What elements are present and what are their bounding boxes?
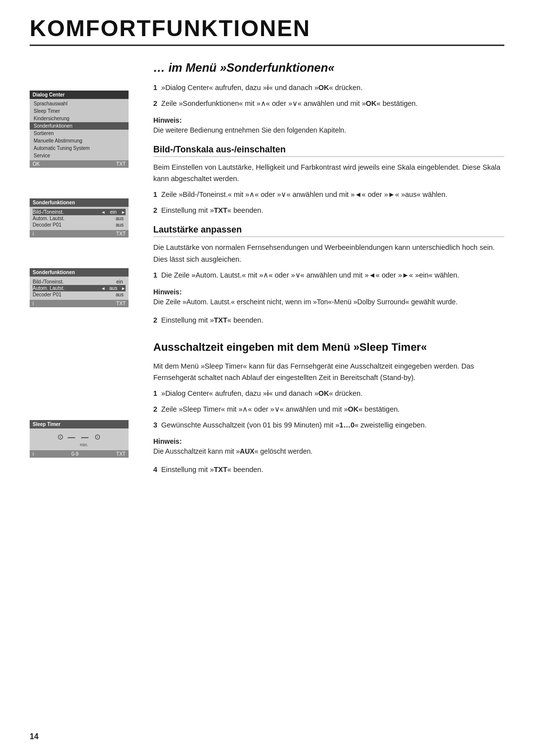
sonder1-header: Sonderfunktionen (30, 198, 129, 207)
menu-item-sprachauswahl: Sprachauswahl (30, 100, 129, 107)
menu-item-service: Service (30, 152, 129, 159)
section3-hinweis-title: Hinweis: (153, 288, 504, 296)
clock-icon-left: ⊙ (57, 432, 64, 441)
section4-hinweis-title: Hinweis: (153, 437, 504, 445)
section4-step1: 1 »Dialog Center« aufrufen, dazu »i« und… (153, 388, 504, 399)
section4-step1-text: »Dialog Center« aufrufen, dazu »i« und d… (161, 388, 362, 399)
sleep-header: Sleep Timer (30, 420, 129, 428)
main-content: Dialog Center Sprachauswahl Sleep Timer … (30, 61, 504, 482)
sonder2-row-autom: Autom. Lautst. ◄ aus ► (33, 285, 126, 291)
menu-item-sortieren: Sortieren (30, 130, 129, 137)
section1-hinweis-text: Die weitere Bedienung entnehmen Sie den … (153, 125, 504, 136)
sonder-screen-2: Sonderfunktionen Bild-/Toneinst. ein Aut… (30, 268, 129, 307)
section3-step1: 1 Die Zeile »Autom. Lautst.« mit »∧« ode… (153, 270, 504, 281)
sleep-timer-screen: Sleep Timer ⊙ — — ⊙ min. i 0-9 TXT (30, 420, 129, 458)
page-title: KOMFORTFUNKTIONEN (30, 15, 504, 42)
sonder1-footer: i TXT (30, 230, 129, 237)
section1-step2: 2 Zeile »Sonderfunktionen« mit »∧« oder … (153, 98, 504, 109)
menu1-footer: OK TXT (30, 160, 129, 168)
section3-step2-text: Einstellung mit »TXT« beenden. (161, 315, 263, 326)
menu1-items: Sprachauswahl Sleep Timer Kindersicherun… (30, 99, 129, 160)
section2-step2: 2 Einstellung mit »TXT« beenden. (153, 205, 504, 216)
section2-intro: Beim Einstellen von Lautstärke, Helligke… (153, 162, 504, 185)
section1-hinweis: Hinweis: Die weitere Bedienung entnehmen… (153, 116, 504, 136)
section3-step2: 2 Einstellung mit »TXT« beenden. (153, 315, 504, 326)
section2-step2-text: Einstellung mit »TXT« beenden. (161, 205, 263, 216)
menu-item-manuelle: Manuelle Abstimmung (30, 137, 129, 144)
section3-hinweis: Hinweis: Die Zeile »Autom. Lautst.« ersc… (153, 288, 504, 307)
section3-title: Lautstärke anpassen (153, 225, 504, 237)
section1-hinweis-title: Hinweis: (153, 116, 504, 124)
sonder1-body: Bild-/Toneinst. ◄ ein ► Autom. Lautst. a… (30, 207, 129, 230)
section2-step1: 1 Zeile »Bild-/Toneinst.« mit »∧« oder »… (153, 189, 504, 200)
sleep-min-label: min. (35, 442, 124, 447)
page-wrapper: KOMFORTFUNKTIONEN Dialog Center Sprachau… (0, 0, 534, 756)
section4-step3: 3 Gewünschte Ausschaltzeit (von 01 bis 9… (153, 420, 504, 431)
sonder2-row-decoder: Decoder P01 aus (33, 291, 126, 298)
left-column: Dialog Center Sprachauswahl Sleep Timer … (30, 61, 138, 482)
dialog-center-screen: Dialog Center Sprachauswahl Sleep Timer … (30, 91, 129, 168)
sleep-footer: i 0-9 TXT (30, 450, 129, 458)
section4-step3-text: Gewünschte Ausschaltzeit (von 01 bis 99 … (161, 420, 427, 431)
sleep-timer-display: ⊙ — — ⊙ (57, 432, 101, 441)
page-header: KOMFORTFUNKTIONEN (30, 15, 504, 46)
sonder2-row-bild: Bild-/Toneinst. ein (33, 279, 126, 285)
section3-steps: 1 Die Zeile »Autom. Lautst.« mit »∧« ode… (153, 270, 504, 281)
menu-item-sonderfunktionen: Sonderfunktionen (30, 122, 129, 130)
menu-item-ats: Automatic Tuning System (30, 144, 129, 152)
section1-steps: 1 »Dialog Center« aufrufen, dazu »i« und… (153, 83, 504, 109)
section4-step2-text: Zeile »Sleep Timer« mit »∧« oder »∨« anw… (161, 404, 400, 415)
section2-steps: 1 Zeile »Bild-/Toneinst.« mit »∧« oder »… (153, 189, 504, 216)
section1-title: … im Menü »Sonderfunktionen« (153, 61, 504, 75)
sonder2-footer: i TXT (30, 300, 129, 307)
sonder2-header: Sonderfunktionen (30, 268, 129, 277)
sonder1-row-autom: Autom. Lautst. aus (33, 215, 126, 222)
section1-step1: 1 »Dialog Center« aufrufen, dazu »i« und… (153, 83, 504, 94)
menu-item-sleep: Sleep Timer (30, 107, 129, 115)
section1-step2-text: Zeile »Sonderfunktionen« mit »∧« oder »∨… (161, 98, 418, 109)
sonder2-body: Bild-/Toneinst. ein Autom. Lautst. ◄ aus… (30, 277, 129, 300)
sonder1-row-bild: Bild-/Toneinst. ◄ ein ► (33, 209, 126, 215)
section4-step4: 4 Einstellung mit »TXT« beenden. (153, 465, 504, 475)
sonder-screen-1: Sonderfunktionen Bild-/Toneinst. ◄ ein ►… (30, 198, 129, 237)
section3-step1-text: Die Zeile »Autom. Lautst.« mit »∧« oder … (161, 270, 459, 281)
section4-step2: 2 Zeile »Sleep Timer« mit »∧« oder »∨« a… (153, 404, 504, 415)
menu1-header: Dialog Center (30, 91, 129, 99)
section2-step1-text: Zeile »Bild-/Toneinst.« mit »∧« oder »∨«… (161, 189, 447, 200)
section4-steps: 1 »Dialog Center« aufrufen, dazu »i« und… (153, 388, 504, 430)
section4-step4-text: Einstellung mit »TXT« beenden. (161, 465, 263, 475)
section4-hinweis: Hinweis: Die Ausschaltzeit kann mit »AUX… (153, 437, 504, 457)
sleep-body: ⊙ — — ⊙ min. (30, 428, 129, 450)
section4-title: Ausschaltzeit eingeben mit dem Menü »Sle… (153, 340, 504, 355)
section4-hinweis-text: Die Ausschaltzeit kann mit »AUX« gelösch… (153, 446, 504, 457)
section4-step4-list: 4 Einstellung mit »TXT« beenden. (153, 465, 504, 475)
section3-intro: Die Lautstärke von normalen Fernsehsendu… (153, 242, 504, 265)
page-number: 14 (30, 732, 39, 741)
section4-intro: Mit dem Menü »Sleep Timer« kann für das … (153, 361, 504, 383)
section2-title: Bild-/Tonskala aus-/einschalten (153, 144, 504, 157)
section1-step1-text: »Dialog Center« aufrufen, dazu »i« und d… (161, 83, 362, 94)
right-column: … im Menü »Sonderfunktionen« 1 »Dialog C… (153, 61, 504, 482)
sonder1-row-decoder: Decoder P01 aus (33, 222, 126, 228)
clock-icon-right: ⊙ (94, 432, 101, 441)
menu-item-kindersicherung: Kindersicherung (30, 115, 129, 122)
section3-hinweis-text: Die Zeile »Autom. Lautst.« erscheint nic… (153, 297, 504, 307)
section3-step2-list: 2 Einstellung mit »TXT« beenden. (153, 315, 504, 326)
